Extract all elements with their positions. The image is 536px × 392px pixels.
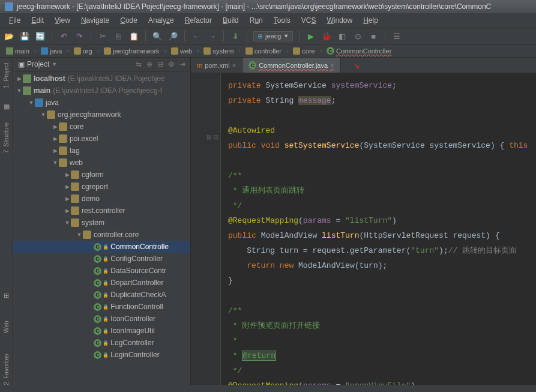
left-tab-structure[interactable]: 7: Structure (0, 122, 22, 154)
hide-icon[interactable]: ⇥ (179, 60, 185, 68)
lock-icon: 🔒 (103, 268, 109, 274)
class-icon: C (94, 303, 101, 311)
find-icon[interactable]: 🔍 (152, 31, 163, 41)
tree-demo[interactable]: ▶demo (13, 193, 190, 205)
tree-class-configcontroller[interactable]: C🔒 ConfigController (13, 253, 190, 265)
tree-class-iconimg[interactable]: C🔒 IconImageUtil (13, 325, 190, 337)
menu-file[interactable]: File (4, 14, 26, 26)
tree-class-commoncontroller[interactable]: C🔒 CommonControlle (13, 241, 190, 253)
bc-java[interactable]: java (38, 47, 64, 55)
menu-tools[interactable]: Tools (268, 14, 296, 26)
web-tab-icon[interactable]: ⊞ (4, 292, 9, 300)
menu-edit[interactable]: Edit (26, 14, 49, 26)
tab-pom[interactable]: mpom.xml× (191, 58, 242, 73)
settings-icon[interactable]: ⚙ (168, 60, 175, 68)
tree-class-icon[interactable]: C🔒 IconController (13, 313, 190, 325)
tree-rest[interactable]: ▶rest.controller (13, 205, 190, 217)
back-icon[interactable]: ← (191, 31, 202, 41)
menu-vcs[interactable]: VCS (296, 14, 322, 26)
tree-class-depart[interactable]: C🔒 DepartController (13, 277, 190, 289)
bc-main[interactable]: main (4, 47, 32, 55)
tree-cgform[interactable]: ▶cgform (13, 169, 190, 181)
undo-icon[interactable]: ↶ (58, 31, 69, 41)
editor-gutter: ⊞ ⊟ (191, 73, 221, 385)
scroll-icon[interactable]: ⊕ (146, 60, 152, 68)
coverage-icon[interactable]: ◧ (337, 31, 348, 41)
window-title: jeecg-framework - [E:\java\InteliJ IDEA … (17, 2, 491, 11)
tree-core[interactable]: ▶core (13, 121, 190, 133)
tree-system[interactable]: ▼system (13, 217, 190, 229)
class-icon: C (94, 255, 101, 263)
menu-analyze[interactable]: Analyze (143, 14, 179, 26)
bc-org[interactable]: org (71, 47, 95, 55)
run-icon[interactable]: ▶ (306, 31, 316, 41)
bc-controller[interactable]: controller (243, 47, 284, 55)
open-icon[interactable]: 📂 (4, 31, 14, 41)
lock-icon: 🔒 (103, 340, 109, 346)
maven-icon: m (197, 62, 202, 69)
debug-icon[interactable]: 🐞 (321, 31, 332, 41)
left-tab-web[interactable]: Web (0, 321, 22, 333)
bc-core[interactable]: core (291, 47, 317, 55)
class-icon: C (94, 315, 101, 323)
bc-web[interactable]: web (169, 47, 194, 55)
tree-poi[interactable]: ▶poi.excel (13, 133, 190, 145)
menu-navigate[interactable]: Navigate (76, 14, 115, 26)
structure-icon[interactable]: ☰ (391, 31, 402, 41)
tree-java[interactable]: ▼java (13, 97, 190, 109)
fold-icon[interactable]: ⊞ ⊟ (191, 132, 220, 143)
tree-controller-core[interactable]: ▼controller.core (13, 229, 190, 241)
tree-cgreport[interactable]: ▶cgreport (13, 181, 190, 193)
code-editor[interactable]: private SystemService systemService; pri… (221, 73, 536, 385)
tree-localhost[interactable]: ▶localhost(E:\java\InteliJ IDEA Poject\j… (13, 73, 190, 85)
tree-class-login[interactable]: C🔒 LoginController (13, 349, 190, 361)
forward-icon[interactable]: → (206, 31, 217, 41)
lock-icon: 🔒 (103, 256, 109, 262)
menu-run[interactable]: Run (244, 14, 268, 26)
project-panel-title[interactable]: ▣ Project ▼ (18, 60, 57, 68)
tree-class-function[interactable]: C🔒 FunctionControll (13, 301, 190, 313)
menu-code[interactable]: Code (115, 14, 143, 26)
run-config-icon: ⊕ (257, 32, 263, 40)
tree-main[interactable]: ▼main(E:\java\InteliJ IDEA Poject\jeecg-… (13, 85, 190, 97)
bc-jeecgframework[interactable]: jeecgframework (101, 47, 162, 55)
left-tab-favorites[interactable]: 2: Favorites (0, 354, 22, 385)
lock-icon: 🔒 (103, 304, 109, 310)
menu-refactor[interactable]: Refactor (179, 14, 217, 26)
tree-class-datasource[interactable]: C🔒 DataSourceContr (13, 265, 190, 277)
project-tree[interactable]: ▶localhost(E:\java\InteliJ IDEA Poject\j… (13, 71, 190, 385)
menu-window[interactable]: Window (321, 14, 358, 26)
run-config-combo[interactable]: ⊕ jeecg ▼ (253, 31, 293, 41)
bc-system[interactable]: system (201, 47, 236, 55)
build-icon[interactable]: ⬇ (230, 31, 241, 41)
replace-icon[interactable]: 🔎 (167, 31, 178, 41)
tree-web[interactable]: ▼web (13, 157, 190, 169)
tree-package[interactable]: ▼org.jeecgframework (13, 109, 190, 121)
redo-icon[interactable]: ↷ (74, 31, 85, 41)
tree-tag[interactable]: ▶tag (13, 145, 190, 157)
tree-class-log[interactable]: C🔒 LogController (13, 337, 190, 349)
autoscroll-icon[interactable]: ⊟ (157, 60, 163, 68)
profile-icon[interactable]: ⊙ (352, 31, 363, 41)
stop-icon[interactable]: ■ (368, 31, 379, 41)
editor-area: mpom.xml× CCommonController.java× ↘ ⊞ ⊟ … (191, 58, 536, 385)
class-icon: C (94, 351, 101, 359)
cut-icon[interactable]: ✂ (97, 31, 108, 41)
refresh-icon[interactable]: 🔄 (35, 31, 46, 41)
close-icon[interactable]: × (330, 62, 334, 69)
collapse-icon[interactable]: ⇆ (136, 60, 142, 68)
menu-help[interactable]: Help (358, 14, 384, 26)
menu-view[interactable]: View (49, 14, 76, 26)
bc-class[interactable]: CCommonController (324, 46, 394, 55)
lock-icon: 🔒 (103, 292, 109, 298)
paste-icon[interactable]: 📋 (128, 31, 139, 41)
close-icon[interactable]: × (232, 62, 236, 69)
save-icon[interactable]: 💾 (19, 31, 30, 41)
lock-icon: 🔒 (103, 280, 109, 286)
left-tab-project[interactable]: 1: Project (0, 62, 22, 88)
tab-commoncontroller[interactable]: CCommonController.java× (242, 58, 340, 73)
structure-tab-icon[interactable]: ▦ (4, 103, 10, 110)
menu-build[interactable]: Build (217, 14, 244, 26)
copy-icon[interactable]: ⎘ (113, 31, 124, 41)
tree-class-duplicate[interactable]: C🔒 DuplicateCheckA (13, 289, 190, 301)
